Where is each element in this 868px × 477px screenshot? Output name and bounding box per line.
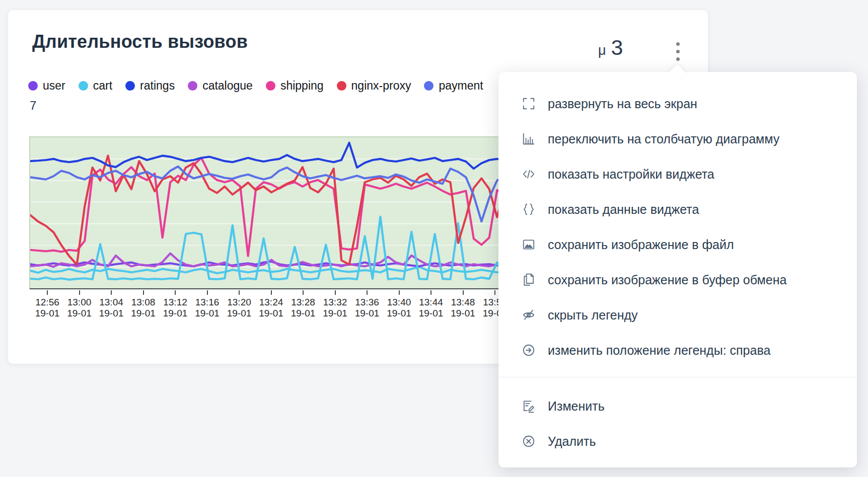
x-axis-label: 13:0419-01: [95, 297, 128, 319]
x-axis-label: 13:2419-01: [255, 297, 288, 319]
x-axis-tick: [143, 290, 144, 295]
kebab-menu-button[interactable]: [671, 38, 685, 64]
menu-item-label: сохранить изображение в буфер обмена: [548, 273, 786, 287]
legend-item-ratings[interactable]: ratings: [125, 79, 175, 93]
x-axis-tick: [399, 290, 400, 295]
copy-icon: [522, 273, 536, 287]
menu-main-section: развернуть на весь экран переключить на …: [498, 72, 857, 368]
legend-dot-icon: [79, 81, 88, 91]
image-icon: [522, 237, 536, 252]
chart-legend: user cart ratings catalogue shipping ngi…: [28, 75, 483, 96]
braces-icon: [522, 202, 536, 216]
x-axis-tick: [111, 290, 112, 295]
aggregation-value: 3: [611, 35, 623, 60]
menu-item-expand-fullscreen[interactable]: развернуть на весь экран: [498, 86, 857, 121]
menu-item-save-image-to-file[interactable]: сохранить изображение в файл: [498, 227, 857, 262]
menu-item-label: переключить на столбчатую диаграмму: [548, 132, 779, 146]
legend-item-label: nginx-proxy: [351, 79, 411, 93]
code-icon: [522, 167, 536, 181]
menu-item-legend-position-right[interactable]: изменить положение легенды: справа: [498, 333, 857, 368]
x-axis-label: 13:1219-01: [159, 297, 192, 319]
x-axis-label: 12:5619-01: [31, 297, 64, 319]
widget-context-menu: развернуть на весь экран переключить на …: [498, 72, 857, 467]
menu-item-hide-legend[interactable]: скрыть легенду: [498, 297, 857, 333]
x-axis-label: 13:4819-01: [447, 297, 480, 319]
menu-item-label: развернуть на весь экран: [548, 97, 697, 111]
legend-dot-icon: [266, 81, 275, 91]
legend-item-label: catalogue: [202, 79, 253, 93]
x-axis-label: 13:0819-01: [127, 297, 160, 319]
x-axis-tick: [271, 290, 272, 295]
x-axis-tick: [175, 290, 176, 295]
x-axis-tick: [494, 290, 495, 295]
mu-symbol: μ: [598, 43, 606, 58]
arrow-right-circle-icon: [522, 343, 536, 357]
kebab-dot-icon: [676, 42, 680, 46]
x-axis-label: 13:1619-01: [191, 297, 224, 319]
menu-footer-section: Изменить Удалить: [498, 377, 857, 459]
legend-item-shipping[interactable]: shipping: [266, 79, 324, 93]
legend-item-label: shipping: [280, 79, 324, 93]
legend-dot-icon: [28, 81, 38, 91]
legend-dot-icon: [424, 81, 433, 91]
x-axis-label: 13:0019-01: [63, 297, 96, 319]
kebab-dot-icon: [676, 50, 680, 53]
x-axis-tick: [335, 290, 336, 295]
legend-dot-icon: [188, 81, 197, 91]
aggregation-indicator: μ 3: [598, 35, 623, 60]
menu-item-label: Изменить: [548, 399, 605, 414]
menu-item-label: Удалить: [548, 434, 596, 449]
x-axis-tick: [239, 290, 240, 295]
series-line-ratings: [30, 143, 505, 169]
legend-item-catalogue[interactable]: catalogue: [188, 79, 253, 93]
x-axis-label: 13:4419-01: [414, 297, 448, 319]
menu-item-edit[interactable]: Изменить: [498, 388, 857, 424]
legend-item-cart[interactable]: cart: [79, 79, 112, 93]
x-axis-label: 13:3219-01: [319, 297, 352, 319]
legend-item-label: ratings: [140, 79, 175, 93]
x-axis-tick: [463, 290, 464, 295]
y-axis-max-label: 7: [30, 99, 36, 113]
menu-item-show-widget-data[interactable]: показать данные виджета: [498, 192, 857, 227]
x-axis-tick: [79, 290, 80, 295]
legend-item-label: user: [43, 79, 65, 93]
legend-item-payment[interactable]: payment: [424, 79, 483, 93]
legend-dot-icon: [125, 81, 135, 91]
x-axis-tick: [303, 290, 304, 295]
menu-item-label: сохранить изображение в файл: [548, 237, 734, 252]
menu-item-copy-image-clipboard[interactable]: сохранить изображение в буфер обмена: [498, 262, 857, 297]
x-axis-tick: [207, 290, 208, 295]
legend-item-label: payment: [439, 79, 483, 93]
x-axis-tick: [47, 290, 48, 295]
menu-item-label: показать данные виджета: [548, 202, 699, 217]
fullscreen-icon: [522, 97, 536, 111]
legend-item-nginx-proxy[interactable]: nginx-proxy: [337, 79, 411, 93]
x-axis-tick: [430, 290, 431, 295]
legend-item-label: cart: [93, 79, 112, 93]
widget-title: Длительность вызовов: [32, 31, 248, 52]
edit-icon: [522, 399, 536, 413]
x-axis-label: 13:4019-01: [383, 297, 416, 319]
menu-item-label: показать настройки виджета: [548, 167, 714, 182]
legend-dot-icon: [337, 81, 346, 91]
x-axis-tick: [367, 290, 368, 295]
x-axis-label: 13:2019-01: [223, 297, 256, 319]
menu-item-label: изменить положение легенды: справа: [548, 343, 770, 358]
menu-item-delete[interactable]: Удалить: [498, 424, 857, 459]
legend-item-user[interactable]: user: [28, 79, 65, 93]
dashboard-background: Длительность вызовов μ 3 user cart ratin…: [0, 0, 868, 477]
x-circle-icon: [522, 434, 536, 448]
menu-item-switch-to-bar-chart[interactable]: переключить на столбчатую диаграмму: [498, 121, 857, 156]
kebab-dot-icon: [676, 57, 680, 61]
x-axis-label: 13:2819-01: [286, 297, 320, 319]
bar-chart-icon: [522, 132, 536, 146]
menu-item-label: скрыть легенду: [548, 308, 638, 323]
menu-item-show-widget-settings[interactable]: показать настройки виджета: [498, 156, 857, 192]
x-axis-label: 13:3619-01: [350, 297, 384, 319]
series-line-unlabeled: [30, 267, 505, 273]
eye-off-icon: [522, 308, 536, 322]
